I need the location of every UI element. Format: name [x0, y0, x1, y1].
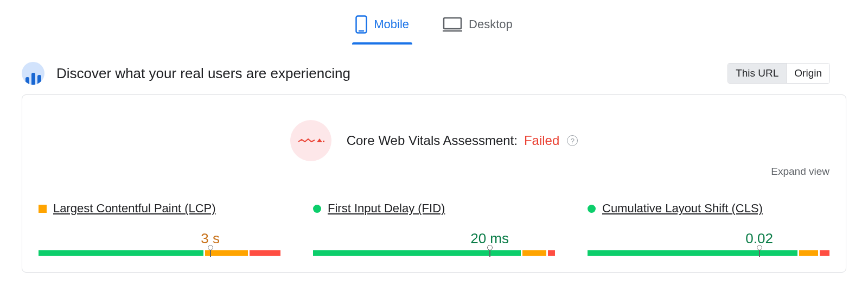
scope-this-url-button[interactable]: This URL — [728, 64, 786, 83]
scope-origin-button[interactable]: Origin — [786, 64, 829, 83]
assessment-row: Core Web Vitals Assessment: Failed ? — [39, 120, 829, 161]
real-users-icon — [22, 62, 44, 85]
desktop-icon — [443, 17, 462, 32]
svg-marker-4 — [317, 138, 322, 142]
metric-name[interactable]: First Input Delay (FID) — [328, 201, 445, 216]
distribution-bar — [313, 250, 555, 256]
scope-toggle: This URL Origin — [727, 63, 830, 84]
metric-value-row: 3 s — [39, 229, 280, 247]
bar-segment-orange — [522, 250, 546, 256]
assessment-card: Core Web Vitals Assessment: Failed ? Exp… — [22, 94, 846, 273]
metric-header: First Input Delay (FID) — [313, 201, 555, 216]
bar-marker — [757, 245, 762, 257]
bar-segment-red — [548, 250, 555, 256]
bar-marker — [487, 245, 493, 257]
help-icon[interactable]: ? — [567, 135, 578, 146]
assessment-status: Failed — [524, 133, 559, 148]
tab-mobile[interactable]: Mobile — [352, 12, 412, 45]
assessment-label: Core Web Vitals Assessment: — [347, 133, 518, 148]
expand-view-button[interactable]: Expand view — [39, 166, 829, 178]
distribution-bar — [39, 250, 280, 256]
tab-label: Desktop — [469, 17, 513, 31]
svg-rect-5 — [323, 141, 324, 142]
failure-icon — [290, 120, 331, 161]
page-title: Discover what your real users are experi… — [56, 65, 350, 82]
bar-segment-orange — [799, 250, 818, 256]
metric-value-row: 0.02 — [588, 229, 829, 247]
status-square-icon — [39, 205, 47, 213]
header-row: Discover what your real users are experi… — [0, 45, 868, 94]
header-left: Discover what your real users are experi… — [22, 62, 350, 85]
metric-cls: Cumulative Layout Shift (CLS)0.02 — [588, 201, 829, 256]
svg-rect-2 — [444, 18, 461, 29]
metric-fid: First Input Delay (FID)20 ms — [313, 201, 555, 256]
bar-segment-red — [250, 250, 280, 256]
metrics-row: Largest Contentful Paint (LCP)3 sFirst I… — [39, 201, 829, 256]
metric-lcp: Largest Contentful Paint (LCP)3 s — [39, 201, 280, 256]
bar-segment-green — [588, 250, 797, 256]
bar-segment-green — [39, 250, 203, 256]
metric-value-row: 20 ms — [313, 229, 555, 247]
tab-label: Mobile — [374, 17, 409, 31]
distribution-bar — [588, 250, 829, 256]
tab-desktop[interactable]: Desktop — [439, 12, 516, 45]
bar-segment-red — [820, 250, 829, 256]
metric-header: Cumulative Layout Shift (CLS) — [588, 201, 829, 216]
metric-header: Largest Contentful Paint (LCP) — [39, 201, 280, 216]
bar-marker — [208, 245, 213, 257]
status-dot-icon — [588, 205, 596, 213]
assessment-text: Core Web Vitals Assessment: Failed ? — [347, 133, 578, 148]
metric-name[interactable]: Cumulative Layout Shift (CLS) — [602, 201, 763, 216]
mobile-icon — [355, 15, 367, 34]
metric-name[interactable]: Largest Contentful Paint (LCP) — [53, 201, 216, 216]
status-dot-icon — [313, 205, 321, 213]
device-tabs: Mobile Desktop — [0, 0, 868, 45]
